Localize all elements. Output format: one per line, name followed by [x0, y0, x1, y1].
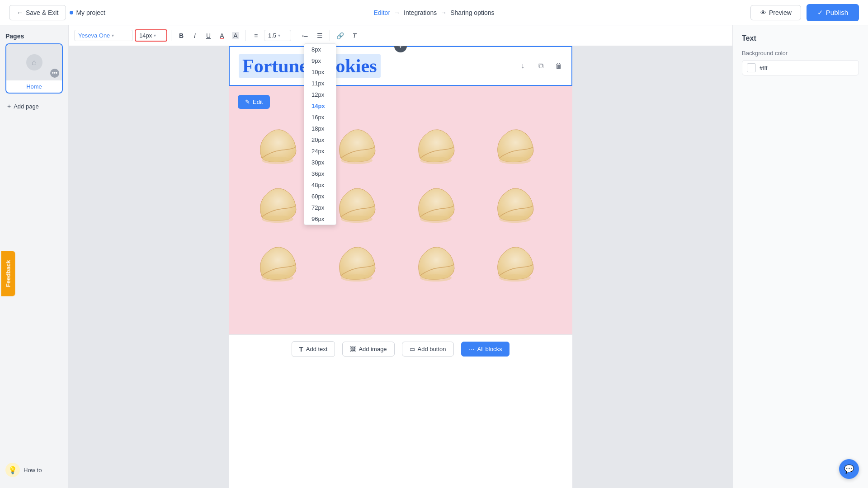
- font-size-option-30px[interactable]: 30px: [304, 157, 336, 168]
- font-family-chevron: ▾: [112, 33, 114, 38]
- add-text-button[interactable]: T Add text: [292, 341, 335, 357]
- add-page-icon: +: [7, 103, 11, 110]
- edit-button[interactable]: ✎ Edit: [238, 95, 270, 109]
- nav-center: Editor → Integrations → Sharing options: [373, 9, 494, 16]
- font-size-option-24px[interactable]: 24px: [304, 145, 336, 157]
- all-blocks-label: All blocks: [477, 346, 502, 352]
- nav-sharing-link[interactable]: Sharing options: [450, 9, 494, 16]
- font-size-option-11px[interactable]: 11px: [304, 78, 336, 89]
- font-size-option-20px[interactable]: 20px: [304, 134, 336, 145]
- page-card-thumbnail: ⌂ •••: [6, 44, 62, 80]
- check-icon: ✓: [817, 9, 823, 17]
- nav-editor-link[interactable]: Editor: [373, 9, 390, 16]
- save-exit-button[interactable]: ← Save & Exit: [9, 5, 66, 20]
- svg-point-11: [499, 274, 531, 282]
- trash-icon: 🗑: [555, 62, 562, 70]
- svg-point-10: [420, 274, 452, 282]
- bold-button[interactable]: B: [175, 29, 188, 42]
- svg-point-0: [262, 157, 293, 164]
- font-size-option-8px[interactable]: 8px: [304, 44, 336, 55]
- svg-point-6: [420, 216, 452, 223]
- font-highlight-button[interactable]: A: [229, 29, 242, 42]
- font-size-option-96px[interactable]: 96px: [304, 213, 336, 225]
- svg-point-3: [499, 157, 531, 164]
- clear-format-icon: T: [353, 32, 357, 39]
- fortune-cookie-svg-10: [332, 235, 391, 285]
- fortune-cookie-svg-11: [411, 235, 470, 285]
- toolbar-divider-2: [245, 30, 246, 41]
- font-color-icon: A: [220, 32, 224, 39]
- pages-section: Pages ⌂ ••• Home: [5, 33, 63, 94]
- font-size-option-12px[interactable]: 12px: [304, 89, 336, 100]
- title-copy-button[interactable]: ⧉: [533, 59, 548, 73]
- toolbar-divider-3: [295, 30, 295, 41]
- font-size-option-10px[interactable]: 10px: [304, 66, 336, 78]
- all-blocks-button[interactable]: ⋯ All blocks: [461, 342, 510, 357]
- add-image-button[interactable]: 🖼 Add image: [342, 342, 394, 357]
- cookie-item-4: [484, 117, 554, 167]
- cookie-item-10: [326, 235, 396, 285]
- page-card-menu-button[interactable]: •••: [50, 69, 59, 78]
- font-highlight-icon: A: [232, 32, 239, 39]
- bg-color-field[interactable]: #fff: [742, 60, 859, 75]
- link-icon: 🔗: [336, 32, 344, 39]
- line-height-value: 1.5: [268, 32, 276, 39]
- add-page-button[interactable]: + Add page: [5, 101, 63, 112]
- download-icon: ↓: [521, 62, 524, 70]
- font-size-option-36px[interactable]: 36px: [304, 168, 336, 179]
- link-button[interactable]: 🔗: [334, 29, 346, 42]
- nav-left: ← Save & Exit My project: [9, 5, 105, 20]
- nav-right: 👁 Preview ✓ Publish: [750, 4, 859, 21]
- clear-format-button[interactable]: T: [348, 29, 361, 42]
- publish-button[interactable]: ✓ Publish: [807, 4, 859, 21]
- eye-icon: 👁: [760, 9, 766, 16]
- fortune-cookie-svg-9: [253, 235, 311, 285]
- add-button-button[interactable]: ▭ Add button: [402, 342, 454, 357]
- cookie-item-7: [405, 176, 475, 226]
- italic-icon: I: [194, 32, 196, 39]
- how-to-area[interactable]: 💡 How to: [0, 459, 68, 481]
- preview-label: Preview: [769, 9, 792, 16]
- cookie-item-3: [405, 117, 475, 167]
- dot-indicator: [70, 11, 73, 14]
- font-size-value: 14px: [139, 32, 152, 39]
- chat-button[interactable]: 💬: [839, 459, 859, 479]
- font-size-dropdown: 8px 9px 10px 11px 12px 14px 16px 18px 20…: [304, 43, 336, 225]
- svg-point-5: [341, 216, 373, 223]
- align-left-button[interactable]: ≡: [250, 29, 262, 42]
- bottom-toolbar: T Add text 🖼 Add image ▭ Add button ⋯ Al…: [229, 334, 572, 363]
- font-size-option-48px[interactable]: 48px: [304, 179, 336, 191]
- line-height-chevron: ▾: [278, 33, 280, 38]
- pages-title: Pages: [5, 33, 63, 40]
- font-family-select[interactable]: Yeseva One ▾: [74, 30, 133, 41]
- bg-color-label: Background color: [742, 50, 859, 56]
- title-delete-button[interactable]: 🗑: [552, 59, 566, 73]
- fortune-cookie-svg-5: [253, 176, 311, 226]
- font-size-chevron: ▾: [154, 33, 156, 38]
- list-ordered-button[interactable]: ≔: [299, 29, 311, 42]
- font-color-button[interactable]: A: [216, 29, 228, 42]
- underline-button[interactable]: U: [202, 29, 215, 42]
- fortune-cookie-svg-1: [253, 117, 311, 167]
- cookie-grid-row3: [247, 235, 554, 285]
- font-size-option-16px[interactable]: 16px: [304, 112, 336, 123]
- title-download-button[interactable]: ↓: [515, 59, 530, 73]
- nav-arrow-1: →: [394, 9, 400, 16]
- line-height-select[interactable]: 1.5 ▾: [264, 30, 291, 41]
- home-page-card[interactable]: ⌂ ••• Home: [5, 43, 63, 94]
- feedback-tab[interactable]: Feedback: [1, 251, 15, 296]
- font-size-option-18px[interactable]: 18px: [304, 123, 336, 134]
- preview-button[interactable]: 👁 Preview: [750, 5, 801, 20]
- font-size-option-9px[interactable]: 9px: [304, 55, 336, 66]
- italic-button[interactable]: I: [189, 29, 201, 42]
- font-size-option-72px[interactable]: 72px: [304, 202, 336, 213]
- svg-point-2: [420, 157, 452, 164]
- list-unordered-button[interactable]: ☰: [313, 29, 326, 42]
- font-size-option-60px[interactable]: 60px: [304, 191, 336, 202]
- nav-integrations-link[interactable]: Integrations: [404, 9, 437, 16]
- list-unordered-icon: ☰: [317, 32, 323, 39]
- font-size-option-14px[interactable]: 14px: [304, 100, 336, 112]
- text-format-group: B I U A A: [175, 29, 242, 42]
- font-size-select[interactable]: 14px ▾: [135, 29, 167, 42]
- fortune-cookie-svg-8: [490, 176, 549, 226]
